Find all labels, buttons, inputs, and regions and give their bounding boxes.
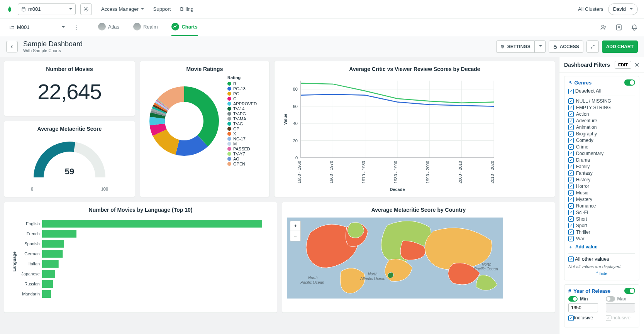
genre-option[interactable]: ✓Drama [568, 157, 635, 163]
all-clusters-link[interactable]: All Clusters [578, 6, 603, 12]
support-link[interactable]: Support [153, 6, 171, 12]
genre-option[interactable]: ✓Music [568, 190, 635, 196]
access-button[interactable]: ACCESS [549, 40, 583, 53]
checkbox[interactable]: ✓ [568, 118, 574, 123]
checkbox[interactable]: ✓ [568, 111, 574, 117]
folder-selector[interactable]: M001 [6, 22, 68, 33]
notifications-button[interactable] [631, 24, 638, 31]
settings-menu-button[interactable] [535, 40, 546, 53]
map-zoom-control[interactable]: + − [290, 221, 301, 241]
svg-text:North: North [308, 276, 318, 280]
billing-link[interactable]: Billing [180, 6, 193, 12]
min-input[interactable] [568, 303, 598, 312]
tab-atlas[interactable]: Atlas [98, 19, 119, 36]
hide-link[interactable]: ˄ hide [568, 271, 635, 276]
card-line[interactable]: Average Critic vs Viewer Review Scores b… [274, 61, 555, 197]
zoom-out-button[interactable]: − [290, 231, 300, 241]
close-panel-button[interactable]: ✕ [634, 61, 639, 69]
svg-text:Italian: Italian [29, 261, 40, 266]
checkbox[interactable]: ✓ [568, 256, 574, 262]
genre-option[interactable]: ✓Sport [568, 223, 635, 228]
genre-option[interactable]: ✓Fantasy [568, 170, 635, 176]
project-selector[interactable]: m001 [18, 3, 76, 15]
settings-button[interactable]: SETTINGS [496, 40, 535, 53]
access-manager-link[interactable]: Access Manager [101, 6, 144, 12]
genre-option[interactable]: ✓Adventure [568, 118, 635, 123]
count-value: 22,645 [4, 75, 135, 116]
genre-option[interactable]: ✓NULL / MISSING [568, 98, 635, 104]
genre-option[interactable]: ✓Short [568, 216, 635, 222]
checkbox[interactable]: ✓ [568, 177, 574, 182]
genre-option[interactable]: ✓EMPTY STRING [568, 105, 635, 110]
checkbox[interactable]: ✓ [568, 157, 574, 163]
zoom-in-button[interactable]: + [290, 221, 300, 231]
number-type-icon: # [568, 288, 571, 294]
svg-text:North: North [368, 272, 378, 276]
legend-item: PASSED [227, 147, 257, 151]
genre-option[interactable]: ✓Thriller [568, 229, 635, 235]
card-count[interactable]: Number of Movies 22,645 [4, 61, 135, 116]
checkbox[interactable]: ✓ [568, 125, 574, 130]
genre-option[interactable]: ✓Family [568, 164, 635, 169]
max-toggle[interactable] [606, 296, 615, 302]
project-settings-button[interactable] [80, 3, 92, 15]
card-title: Number of Movies by Language (Top 10) [4, 202, 277, 216]
checkbox[interactable]: ✓ [568, 210, 574, 215]
add-chart-button[interactable]: ADD CHART [602, 40, 638, 53]
genre-option[interactable]: ✓Sci-Fi [568, 210, 635, 215]
card-bars[interactable]: Number of Movies by Language (Top 10) En… [4, 202, 277, 313]
svg-text:1980 - 1990: 1980 - 1990 [393, 161, 398, 184]
svg-text:40: 40 [293, 121, 298, 126]
subnav: M001 ⋮ Atlas Realm Charts [0, 19, 644, 36]
checkbox[interactable]: ✓ [568, 315, 574, 321]
max-input [606, 303, 636, 312]
fullscreen-button[interactable] [586, 40, 599, 53]
checkbox[interactable]: ✓ [568, 144, 574, 150]
back-button[interactable] [6, 41, 18, 52]
genre-option[interactable]: ✓Biography [568, 131, 635, 137]
card-gauge[interactable]: Average Metacritic Score 59 0 100 [4, 121, 135, 197]
checkbox[interactable]: ✓ [568, 131, 574, 137]
genre-option[interactable]: ✓History [568, 177, 635, 182]
checkbox[interactable]: ✓ [568, 190, 574, 196]
charts-icon [171, 23, 179, 30]
checkbox[interactable]: ✓ [568, 105, 574, 110]
genres-toggle[interactable] [624, 79, 635, 86]
genre-option[interactable]: ✓Action [568, 111, 635, 117]
genre-option[interactable]: ✓Crime [568, 144, 635, 150]
checkbox[interactable]: ✓ [568, 164, 574, 169]
svg-text:German: German [24, 251, 40, 256]
add-value-button[interactable]: ＋Add value [568, 244, 635, 250]
checkbox[interactable]: ✓ [568, 236, 574, 241]
invite-user-button[interactable] [600, 24, 607, 31]
genre-option[interactable]: ✓Documentary [568, 151, 635, 156]
genre-option[interactable]: ✓Animation [568, 125, 635, 130]
genre-option[interactable]: ✓Mystery [568, 197, 635, 202]
checkbox[interactable]: ✓ [568, 203, 574, 209]
edit-filters-button[interactable]: EDIT [615, 61, 631, 69]
activity-feed-button[interactable] [615, 24, 622, 31]
checkbox[interactable]: ✓ [568, 138, 574, 143]
checkbox[interactable]: ✓ [568, 223, 574, 228]
checkbox[interactable]: ✓ [568, 216, 574, 222]
folder-menu-button[interactable]: ⋮ [73, 24, 80, 30]
checkbox[interactable]: ✓ [568, 197, 574, 202]
genre-option[interactable]: ✓Horror [568, 184, 635, 189]
year-toggle[interactable] [624, 288, 635, 294]
checkbox[interactable]: ✓ [568, 229, 574, 235]
min-toggle[interactable] [568, 296, 578, 302]
tab-charts[interactable]: Charts [171, 19, 197, 36]
genre-option[interactable]: ✓War [568, 236, 635, 241]
checkbox[interactable]: ✓ [568, 89, 574, 94]
legend-item: APPROVED [227, 101, 257, 106]
checkbox[interactable]: ✓ [568, 184, 574, 189]
user-menu[interactable]: David [608, 3, 638, 15]
checkbox[interactable]: ✓ [568, 151, 574, 156]
genre-option[interactable]: ✓Romance [568, 203, 635, 209]
card-donut[interactable]: Movie Ratings Rating RPG-13PGGAPPROVEDTV… [140, 61, 269, 197]
checkbox[interactable]: ✓ [568, 98, 574, 104]
tab-realm[interactable]: Realm [133, 19, 158, 36]
card-map[interactable]: Average Metacritic Score by Country + − [282, 202, 555, 313]
genre-option[interactable]: ✓Comedy [568, 138, 635, 143]
checkbox[interactable]: ✓ [568, 170, 574, 176]
